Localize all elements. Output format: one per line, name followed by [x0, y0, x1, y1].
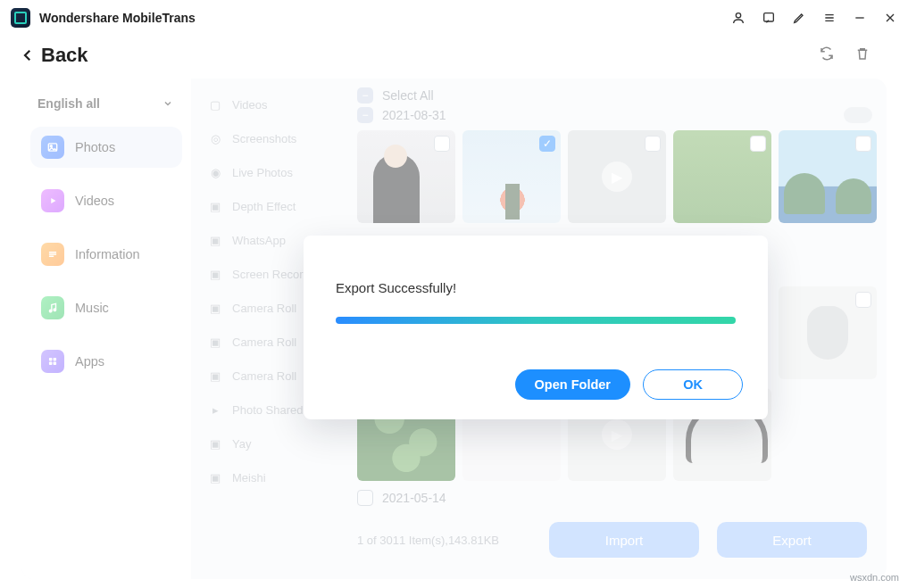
account-icon[interactable]: [731, 11, 746, 25]
back-button[interactable]: Back: [20, 44, 88, 67]
trash-icon[interactable]: [854, 46, 871, 65]
app-title: Wondershare MobileTrans: [39, 11, 196, 25]
back-label: Back: [41, 44, 88, 67]
dialog-title: Export Successfully!: [336, 280, 736, 295]
svg-point-0: [736, 13, 740, 18]
close-icon[interactable]: [883, 11, 897, 25]
refresh-icon[interactable]: [819, 46, 835, 65]
back-row: Back: [0, 36, 908, 75]
minimize-icon[interactable]: [853, 11, 867, 25]
menu-icon[interactable]: [822, 11, 837, 25]
progress-bar: [336, 317, 736, 324]
app-logo: [11, 8, 30, 28]
svg-rect-1: [764, 13, 774, 21]
watermark: wsxdn.com: [850, 572, 899, 583]
feedback-icon[interactable]: [762, 11, 776, 25]
export-success-dialog: Export Successfully! Open Folder OK: [304, 236, 768, 419]
titlebar: Wondershare MobileTrans: [0, 0, 908, 36]
open-folder-button[interactable]: Open Folder: [515, 369, 630, 400]
ok-button[interactable]: OK: [643, 369, 743, 400]
edit-icon[interactable]: [792, 11, 806, 25]
chevron-left-icon: [20, 47, 36, 63]
